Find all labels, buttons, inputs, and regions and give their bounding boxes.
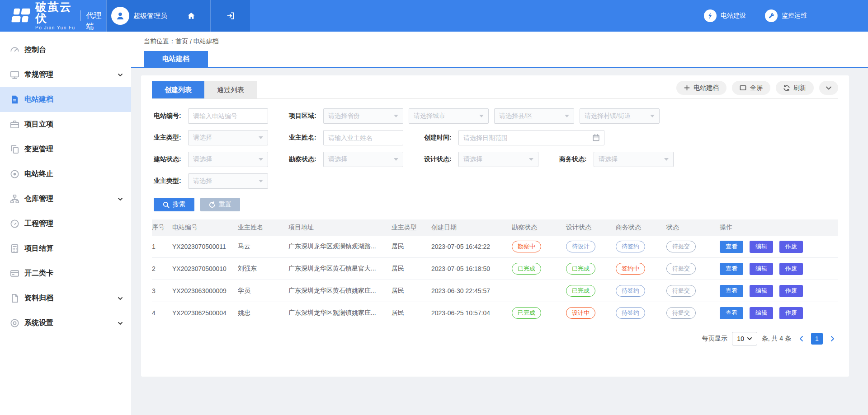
table-row: 3 YX2023063000009 学员 广东深圳龙华区黄石镇姚家庄... 居民… xyxy=(152,280,838,302)
page-number-button[interactable]: 1 xyxy=(811,333,823,345)
view-button[interactable]: 查看 xyxy=(720,285,743,297)
plus-icon xyxy=(684,85,690,91)
void-button[interactable]: 作废 xyxy=(779,285,803,297)
cell-created: 2023-07-05 16:42:22 xyxy=(431,243,512,250)
status-badge: 待签约 xyxy=(616,241,645,252)
view-button[interactable]: 查看 xyxy=(720,241,743,253)
sidebar-item-system-settings[interactable]: 系统设置 xyxy=(0,311,131,336)
search-label: 搜索 xyxy=(173,201,185,209)
void-button[interactable]: 作废 xyxy=(779,307,803,319)
cell-station-no: YX2023070500011 xyxy=(172,243,238,250)
county-select[interactable]: 请选择县/区 xyxy=(494,108,574,124)
date-range-input[interactable] xyxy=(458,130,604,145)
tab-create-list[interactable]: 创建列表 xyxy=(152,81,204,98)
caret-down-icon xyxy=(479,115,484,117)
module-station-construction[interactable]: 电站建设 xyxy=(704,9,746,22)
cell-owner: 姚忠 xyxy=(238,309,288,317)
breadcrumb-current: 电站建档 xyxy=(193,37,219,46)
survey-status-select[interactable]: 请选择 xyxy=(323,152,403,167)
sidebar-item-project-initiation[interactable]: 项目立项 xyxy=(0,112,131,137)
design-status-select[interactable]: 请选择 xyxy=(458,152,538,167)
caret-down-icon xyxy=(650,115,655,117)
status-badge: 设计中 xyxy=(566,307,595,319)
sidebar-item-console[interactable]: 控制台 xyxy=(0,37,131,62)
fullscreen-button[interactable]: 全屏 xyxy=(732,81,770,95)
prev-page-button[interactable] xyxy=(796,333,807,345)
file-icon xyxy=(9,293,20,303)
table-header: 序号 电站编号 业主姓名 项目地址 业主类型 创建日期 勘察状态 设计状态 商务… xyxy=(152,219,838,236)
calculator-icon xyxy=(9,243,20,254)
owner-type2-select[interactable]: 请选择 xyxy=(188,173,268,189)
reset-button[interactable]: 重置 xyxy=(200,198,240,211)
sidebar-item-station-archive[interactable]: 电站建档 xyxy=(0,87,131,112)
survey-status-label: 勘察状态: xyxy=(289,155,318,163)
sidebar-item-label: 控制台 xyxy=(24,45,46,55)
sidebar-item-label: 电站终止 xyxy=(24,169,53,179)
status-badge: 待签约 xyxy=(616,285,645,297)
add-station-button[interactable]: 电站建档 xyxy=(676,81,726,95)
portal-label: 代理端 xyxy=(80,10,106,21)
user-menu[interactable]: 超级管理员 xyxy=(106,0,172,32)
owner-name-input[interactable] xyxy=(323,130,403,145)
business-status-select[interactable]: 请选择 xyxy=(594,152,674,167)
city-select[interactable]: 请选择城市 xyxy=(409,108,489,124)
dashboard-icon xyxy=(9,45,20,55)
refresh-button[interactable]: 刷新 xyxy=(776,81,814,95)
edit-button[interactable]: 编辑 xyxy=(750,285,773,297)
cell-owner: 刘强东 xyxy=(238,265,288,273)
sidebar-item-label: 项目立项 xyxy=(24,120,53,129)
cell-created: 2023-07-05 16:18:50 xyxy=(431,265,512,272)
sidebar-item-project-settlement[interactable]: 项目结算 xyxy=(0,236,131,261)
owner-type2-label: 业主类型: xyxy=(154,177,183,185)
edit-button[interactable]: 编辑 xyxy=(750,263,773,275)
status-badge: 待提交 xyxy=(666,241,696,252)
status-badge: 签约中 xyxy=(616,263,645,275)
sidebar-item-warehouse-management[interactable]: 仓库管理 xyxy=(0,187,131,211)
module-monitoring-ops[interactable]: 监控运维 xyxy=(765,9,807,22)
logout-button[interactable] xyxy=(210,0,250,32)
home-button[interactable] xyxy=(172,0,210,32)
sidebar: 控制台 常规管理 电站建档 项目立项 变更管理 电站终止 仓库管理 工程管理 项… xyxy=(0,32,131,415)
breadcrumb-label: 当前位置： xyxy=(144,37,175,46)
reset-icon xyxy=(209,201,216,208)
sidebar-item-general-management[interactable]: 常规管理 xyxy=(0,62,131,87)
search-button[interactable]: 搜索 xyxy=(154,198,194,211)
build-status-select[interactable]: 请选择 xyxy=(188,152,268,167)
owner-type-select[interactable]: 请选择 xyxy=(188,130,268,145)
fullscreen-icon xyxy=(740,85,746,91)
chevron-down-icon xyxy=(118,321,123,326)
next-page-button[interactable] xyxy=(827,333,838,345)
monitor-icon xyxy=(9,70,20,80)
sidebar-item-data-archive[interactable]: 资料归档 xyxy=(0,286,131,311)
status-badge: 待提交 xyxy=(666,285,696,297)
edit-button[interactable]: 编辑 xyxy=(750,241,773,253)
province-select[interactable]: 请选择省份 xyxy=(323,108,403,124)
breadcrumb-home-link[interactable]: 首页 xyxy=(175,37,188,46)
gear-icon xyxy=(9,318,20,328)
sidebar-item-engineering-management[interactable]: 工程管理 xyxy=(0,211,131,236)
collapse-toolbar-button[interactable] xyxy=(819,81,838,95)
module-label: 监控运维 xyxy=(782,12,807,20)
void-button[interactable]: 作废 xyxy=(779,241,803,253)
tab-station-archive[interactable]: 电站建档 xyxy=(144,51,208,67)
cell-type: 居民 xyxy=(392,265,431,273)
create-time-label: 创建时间: xyxy=(424,134,453,142)
cell-owner: 学员 xyxy=(238,287,288,295)
filter-form: 电站编号: 项目区域: 请选择省份 请选择城市 请选择县/区 请选择村镇/街道 … xyxy=(154,108,838,189)
void-button[interactable]: 作废 xyxy=(779,263,803,275)
sidebar-item-station-termination[interactable]: 电站终止 xyxy=(0,162,131,187)
table-row: 4 YX2023062500004 姚忠 广东深圳龙华区观澜镇姚家庄... 居民… xyxy=(152,302,838,324)
sitemap-icon xyxy=(9,194,20,204)
town-select[interactable]: 请选择村镇/街道 xyxy=(580,108,660,124)
edit-button[interactable]: 编辑 xyxy=(750,307,773,319)
avatar xyxy=(111,7,129,25)
page-size-select[interactable]: 10 xyxy=(732,332,757,345)
sidebar-item-change-management[interactable]: 变更管理 xyxy=(0,137,131,162)
total-count-label: 条, 共 4 条 xyxy=(762,335,791,343)
station-no-input[interactable] xyxy=(188,108,268,124)
view-button[interactable]: 查看 xyxy=(720,307,743,319)
tab-passed-list[interactable]: 通过列表 xyxy=(204,81,257,98)
view-button[interactable]: 查看 xyxy=(720,263,743,275)
sidebar-item-type2-card[interactable]: 开二类卡 xyxy=(0,261,131,286)
status-badge: 待提交 xyxy=(666,263,696,275)
